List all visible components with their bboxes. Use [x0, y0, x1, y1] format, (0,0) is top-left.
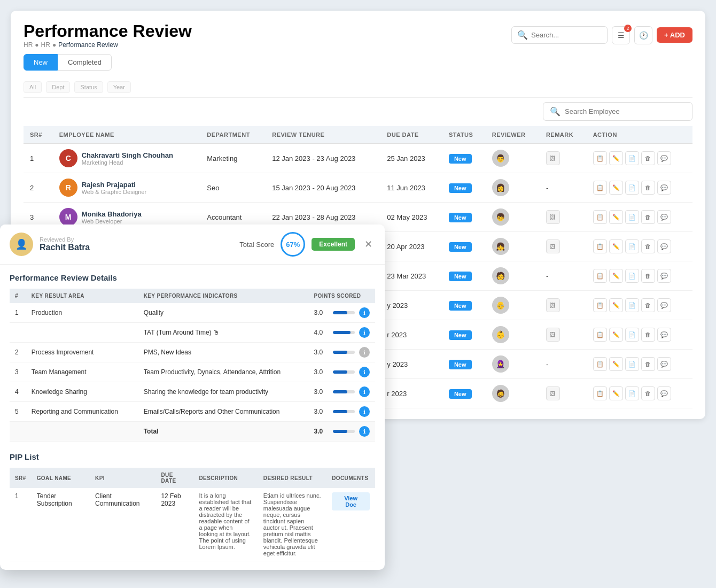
delete-button[interactable]: 🗑 — [641, 357, 655, 371]
message-button[interactable]: 💬 — [657, 151, 671, 165]
cell-due-date: 11 Jun 2023 — [380, 173, 442, 203]
delete-button[interactable]: 🗑 — [641, 239, 655, 253]
pip-cell-docs: View Doc — [326, 488, 375, 561]
cell-employee: R Rajesh Prajapati Web & Graphic Designe… — [53, 173, 201, 203]
cell-action: 📋 ✏️ 📄 🗑 💬 — [587, 173, 692, 203]
message-button[interactable]: 💬 — [657, 298, 671, 312]
view-button[interactable]: 📋 — [593, 328, 607, 342]
edit-button[interactable]: ✏️ — [609, 386, 623, 400]
view-button[interactable]: 📋 — [593, 386, 607, 400]
perf-cell-kpi: Total — [138, 422, 309, 442]
modal-reviewed-by-label: Reviewed By — [40, 236, 90, 243]
modal-close-button[interactable]: ✕ — [361, 237, 375, 251]
cell-due-date: r 2023 — [380, 320, 442, 350]
cell-status: New — [442, 379, 486, 408]
delete-button[interactable]: 🗑 — [641, 328, 655, 342]
message-button[interactable]: 💬 — [657, 181, 671, 195]
status-badge: New — [449, 154, 472, 164]
view-button[interactable]: 📋 — [593, 298, 607, 312]
notification-button[interactable]: 🕐 — [634, 26, 652, 44]
view-button[interactable]: 📋 — [593, 269, 607, 283]
add-button[interactable]: + ADD — [657, 27, 692, 43]
delete-button[interactable]: 🗑 — [641, 210, 655, 224]
delete-button[interactable]: 🗑 — [641, 298, 655, 312]
perf-cell-area: Team Management — [26, 362, 138, 382]
view-button[interactable]: 📋 — [593, 151, 607, 165]
global-search-input[interactable] — [531, 31, 602, 39]
cell-reviewer: 👶 — [486, 320, 540, 350]
copy-button[interactable]: 📄 — [625, 328, 639, 342]
copy-button[interactable]: 📄 — [625, 386, 639, 400]
perf-cell-num: 2 — [10, 343, 26, 362]
pip-col-docs: DOCUMENTS — [326, 468, 375, 488]
score-circle: 67% — [281, 232, 305, 257]
delete-button[interactable]: 🗑 — [641, 151, 655, 165]
message-button[interactable]: 💬 — [657, 357, 671, 371]
view-button[interactable]: 📋 — [593, 210, 607, 224]
cell-remark: 🖼 — [540, 320, 587, 350]
view-button[interactable]: 📋 — [593, 357, 607, 371]
edit-button[interactable]: ✏️ — [609, 210, 623, 224]
edit-button[interactable]: ✏️ — [609, 357, 623, 371]
perf-table-row: 1 Production Quality 3.0 ℹ — [10, 303, 375, 323]
filter-button[interactable]: ☰ 2 — [612, 26, 630, 44]
perf-cell-num: 3 — [10, 362, 26, 382]
copy-button[interactable]: 📄 — [625, 181, 639, 195]
search-employee-box[interactable]: 🔍 — [543, 102, 692, 121]
employee-role: Web & Graphic Designer — [82, 189, 146, 195]
filter-item-1[interactable]: All — [24, 81, 42, 93]
cell-sr: 1 — [24, 144, 53, 173]
edit-button[interactable]: ✏️ — [609, 151, 623, 165]
global-search-box[interactable]: 🔍 — [511, 26, 608, 44]
tab-new[interactable]: New — [24, 54, 58, 71]
cell-status: New — [442, 261, 486, 291]
message-button[interactable]: 💬 — [657, 210, 671, 224]
delete-button[interactable]: 🗑 — [641, 269, 655, 283]
pip-col-due: DUE DATE — [155, 468, 193, 488]
cell-reviewer: 👴 — [486, 291, 540, 320]
status-badge: New — [449, 360, 472, 369]
employee-name: Monika Bhadoriya — [82, 210, 142, 218]
modal-header: 👤 Reviewed By Rachit Batra Total Score 6… — [0, 225, 385, 265]
copy-button[interactable]: 📄 — [625, 210, 639, 224]
copy-button[interactable]: 📄 — [625, 298, 639, 312]
copy-button[interactable]: 📄 — [625, 269, 639, 283]
copy-button[interactable]: 📄 — [625, 151, 639, 165]
message-button[interactable]: 💬 — [657, 328, 671, 342]
score-value: 3.0 — [314, 349, 329, 356]
page-title-section: Performance Review HR ● HR ● Performance… — [24, 21, 192, 49]
tab-completed[interactable]: Completed — [58, 54, 112, 71]
view-button[interactable]: 📋 — [593, 239, 607, 253]
delete-button[interactable]: 🗑 — [641, 181, 655, 195]
view-button[interactable]: 📋 — [593, 181, 607, 195]
edit-button[interactable]: ✏️ — [609, 239, 623, 253]
modal-header-right: Total Score 67% Excellent ✕ — [239, 232, 375, 257]
perf-cell-score: 3.0 ℹ — [308, 402, 375, 422]
delete-button[interactable]: 🗑 — [641, 386, 655, 400]
message-button[interactable]: 💬 — [657, 239, 671, 253]
pip-col-goal: GOAL NAME — [32, 468, 90, 488]
cell-reviewer: 🧔 — [486, 379, 540, 408]
copy-button[interactable]: 📄 — [625, 357, 639, 371]
edit-button[interactable]: ✏️ — [609, 269, 623, 283]
edit-button[interactable]: ✏️ — [609, 181, 623, 195]
filter-item-2[interactable]: Dept — [46, 81, 70, 93]
cell-tenure: 12 Jan 2023 - 23 Aug 2023 — [266, 144, 380, 173]
cell-due-date: y 2023 — [380, 350, 442, 379]
perf-table-row: TAT (Turn Around Time) 🖱 4.0 ℹ — [10, 323, 375, 343]
message-button[interactable]: 💬 — [657, 386, 671, 400]
edit-button[interactable]: ✏️ — [609, 328, 623, 342]
view-doc-button[interactable]: View Doc — [332, 492, 370, 510]
cell-status: New — [442, 173, 486, 203]
message-button[interactable]: 💬 — [657, 269, 671, 283]
search-employee-input[interactable] — [565, 107, 686, 115]
filter-item-3[interactable]: Status — [74, 81, 103, 93]
cell-sr: 2 — [24, 173, 53, 203]
filter-item-4[interactable]: Year — [107, 81, 131, 93]
edit-button[interactable]: ✏️ — [609, 298, 623, 312]
col-dept: DEPARTMENT — [200, 126, 266, 144]
remark-icon: 🖼 — [546, 386, 560, 400]
progress-bar-wrap — [333, 410, 355, 413]
action-buttons: 📋 ✏️ 📄 🗑 💬 — [593, 328, 686, 342]
copy-button[interactable]: 📄 — [625, 239, 639, 253]
